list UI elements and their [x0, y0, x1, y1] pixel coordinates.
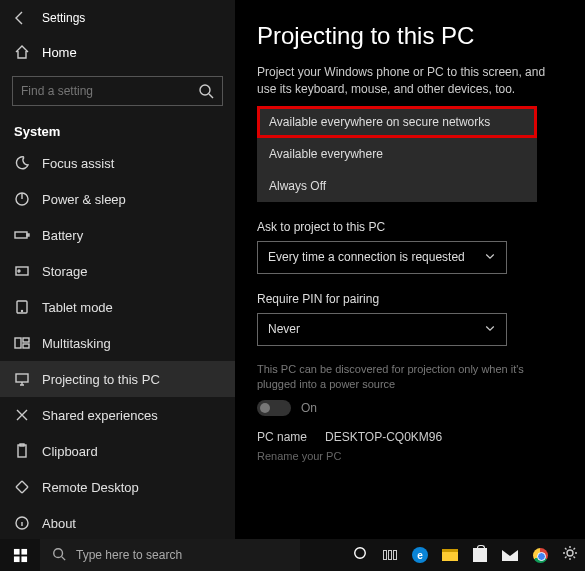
- dropdown-option-off[interactable]: Always Off: [257, 170, 537, 202]
- search-input[interactable]: [21, 84, 198, 98]
- search-icon: [198, 83, 214, 99]
- nav-projecting[interactable]: Projecting to this PC: [0, 361, 235, 397]
- dropdown-option-everywhere[interactable]: Available everywhere: [257, 138, 537, 170]
- start-button[interactable]: [0, 539, 40, 571]
- svg-point-0: [200, 85, 210, 95]
- edge-button[interactable]: e: [405, 539, 435, 571]
- availability-dropdown[interactable]: Available everywhere on secure networks …: [257, 106, 537, 202]
- svg-rect-18: [21, 556, 27, 562]
- svg-point-20: [355, 548, 366, 559]
- pcname-key: PC name: [257, 430, 307, 444]
- nav-tablet-mode[interactable]: Tablet mode: [0, 289, 235, 325]
- nav-list: Focus assist Power & sleep Battery Stora…: [0, 145, 235, 539]
- svg-rect-10: [23, 344, 29, 348]
- nav-storage[interactable]: Storage: [0, 253, 235, 289]
- ask-select[interactable]: Every time a connection is requested: [257, 241, 507, 274]
- svg-rect-11: [16, 374, 28, 382]
- nav-label: Battery: [42, 228, 83, 243]
- home-icon: [14, 44, 30, 60]
- dropdown-option-secure[interactable]: Available everywhere on secure networks: [257, 106, 537, 138]
- svg-rect-2: [15, 232, 27, 238]
- svg-rect-16: [21, 548, 27, 554]
- settings-title: Settings: [42, 11, 85, 25]
- main-content: Projecting to this PC Project your Windo…: [235, 0, 585, 539]
- svg-rect-12: [18, 445, 26, 457]
- nav-label: Power & sleep: [42, 192, 126, 207]
- rename-pc-link[interactable]: Rename your PC: [257, 450, 563, 462]
- pin-value: Never: [268, 322, 300, 336]
- info-icon: [14, 515, 30, 531]
- back-icon[interactable]: [12, 10, 28, 26]
- toggle-label: On: [301, 401, 317, 415]
- settings-button[interactable]: [555, 539, 585, 571]
- svg-rect-17: [13, 556, 19, 562]
- remote-icon: [14, 479, 30, 495]
- pin-label: Require PIN for pairing: [257, 292, 563, 306]
- svg-point-5: [18, 270, 20, 272]
- search-icon: [52, 547, 66, 564]
- nav-power-sleep[interactable]: Power & sleep: [0, 181, 235, 217]
- nav-label: Projecting to this PC: [42, 372, 160, 387]
- chevron-down-icon: [484, 250, 496, 265]
- multitasking-icon: [14, 335, 30, 351]
- moon-icon: [14, 155, 30, 171]
- tablet-icon: [14, 299, 30, 315]
- ask-label: Ask to project to this PC: [257, 220, 563, 234]
- taskbar-search[interactable]: Type here to search: [40, 539, 300, 571]
- nav-focus-assist[interactable]: Focus assist: [0, 145, 235, 181]
- nav-label: Clipboard: [42, 444, 98, 459]
- taskbar: Type here to search e: [0, 539, 585, 571]
- shared-icon: [14, 407, 30, 423]
- nav-battery[interactable]: Battery: [0, 217, 235, 253]
- power-icon: [14, 191, 30, 207]
- page-description: Project your Windows phone or PC to this…: [257, 64, 563, 98]
- nav-label: Multitasking: [42, 336, 111, 351]
- category-system: System: [0, 114, 235, 145]
- page-title: Projecting to this PC: [257, 22, 563, 50]
- pcname-value: DESKTOP-CQ0KM96: [325, 430, 442, 444]
- ask-value: Every time a connection is requested: [268, 250, 465, 264]
- chevron-down-icon: [484, 322, 496, 337]
- svg-point-21: [567, 550, 573, 556]
- settings-sidebar: Settings Home System Focus assist Power …: [0, 0, 235, 539]
- svg-rect-9: [23, 338, 29, 342]
- mail-button[interactable]: [495, 539, 525, 571]
- chrome-button[interactable]: [525, 539, 555, 571]
- sidebar-home[interactable]: Home: [0, 34, 235, 70]
- task-view-button[interactable]: [375, 539, 405, 571]
- cortana-button[interactable]: [345, 539, 375, 571]
- nav-shared-experiences[interactable]: Shared experiences: [0, 397, 235, 433]
- nav-multitasking[interactable]: Multitasking: [0, 325, 235, 361]
- svg-rect-8: [15, 338, 21, 348]
- explorer-button[interactable]: [435, 539, 465, 571]
- svg-rect-3: [27, 234, 29, 236]
- svg-point-19: [54, 548, 63, 557]
- nav-about[interactable]: About: [0, 505, 235, 539]
- projecting-icon: [14, 371, 30, 387]
- nav-remote-desktop[interactable]: Remote Desktop: [0, 469, 235, 505]
- nav-label: Tablet mode: [42, 300, 113, 315]
- nav-clipboard[interactable]: Clipboard: [0, 433, 235, 469]
- nav-label: Remote Desktop: [42, 480, 139, 495]
- pin-select[interactable]: Never: [257, 313, 507, 346]
- nav-label: Focus assist: [42, 156, 114, 171]
- nav-label: Storage: [42, 264, 88, 279]
- clipboard-icon: [14, 443, 30, 459]
- discover-note: This PC can be discovered for projection…: [257, 362, 563, 393]
- home-label: Home: [42, 45, 77, 60]
- store-button[interactable]: [465, 539, 495, 571]
- battery-icon: [14, 227, 30, 243]
- nav-label: About: [42, 516, 76, 531]
- taskbar-search-placeholder: Type here to search: [76, 548, 182, 562]
- nav-label: Shared experiences: [42, 408, 158, 423]
- svg-point-7: [22, 311, 23, 312]
- svg-rect-15: [13, 548, 19, 554]
- storage-icon: [14, 263, 30, 279]
- settings-search[interactable]: [12, 76, 223, 106]
- discover-toggle[interactable]: [257, 400, 291, 416]
